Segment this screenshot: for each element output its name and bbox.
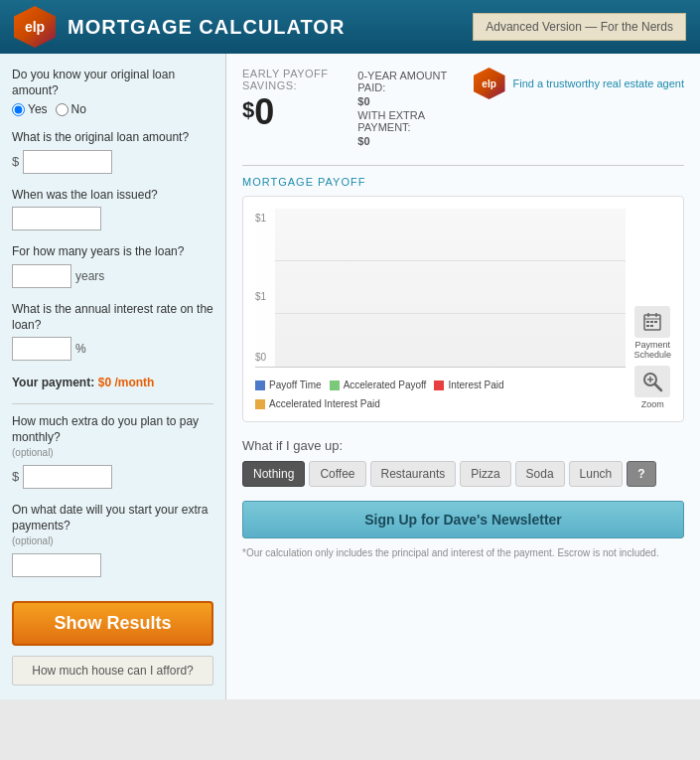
what-if-section: What if I gave up: NothingCoffeeRestaura… bbox=[242, 438, 684, 487]
no-radio[interactable] bbox=[56, 103, 69, 116]
no-radio-label[interactable]: No bbox=[56, 102, 86, 116]
yes-radio-label[interactable]: Yes bbox=[12, 102, 48, 116]
svg-rect-8 bbox=[650, 325, 653, 327]
q4-suffix: years bbox=[75, 269, 104, 283]
svg-rect-7 bbox=[646, 325, 649, 327]
savings-amount: $0 bbox=[242, 91, 342, 133]
legend-row: Payoff Time Accelerated Payoff Interest … bbox=[255, 376, 626, 409]
loan-years-input[interactable] bbox=[12, 264, 71, 288]
payment-schedule-button[interactable]: PaymentSchedule bbox=[633, 306, 671, 360]
q6-label: Your payment: bbox=[12, 376, 94, 389]
extra-payment-date-input[interactable] bbox=[12, 553, 101, 577]
yes-radio[interactable] bbox=[12, 103, 25, 116]
q3-label: When was the loan issued? bbox=[12, 188, 213, 204]
header: elp MORTGAGE CALCULATOR Advanced Version… bbox=[0, 0, 700, 54]
legend-item-accel-interest: Accelerated Interest Paid bbox=[255, 398, 380, 409]
chart-area: $1 $1 $0 bbox=[255, 209, 626, 368]
y-label-top: $1 bbox=[255, 213, 266, 224]
q4-label: For how many years is the loan? bbox=[12, 244, 213, 260]
year-info: 0-YEAR AMOUNT PAID: $0 WITH EXTRA PAYMEN… bbox=[357, 68, 457, 149]
dollar-sign: $ bbox=[242, 97, 254, 123]
q2-input-row: $ bbox=[12, 150, 213, 174]
svg-rect-4 bbox=[646, 321, 649, 323]
q7-input-row: $ bbox=[12, 465, 213, 489]
early-payoff-label: EARLY PAYOFF SAVINGS: bbox=[242, 68, 342, 91]
form-group-q2: What is the original loan amount? $ bbox=[12, 130, 213, 174]
extra-payment-input[interactable] bbox=[23, 465, 112, 489]
logo-text: elp bbox=[25, 19, 45, 35]
zoom-label: Zoom bbox=[641, 399, 664, 409]
q7-prefix: $ bbox=[12, 469, 19, 484]
form-group-q3: When was the loan issued? bbox=[12, 188, 213, 231]
legend-dot-interest bbox=[434, 380, 444, 390]
extra-payment-label-row: WITH EXTRA PAYMENT: bbox=[357, 109, 457, 133]
payment-schedule-icon bbox=[634, 306, 670, 338]
chart-plot-area bbox=[275, 209, 626, 367]
what-if-tab-coffee[interactable]: Coffee bbox=[309, 461, 365, 487]
elp-promo-logo: elp bbox=[474, 68, 505, 99]
afford-button[interactable]: How much house can I afford? bbox=[12, 656, 213, 685]
q5-label: What is the annual interest rate on the … bbox=[12, 302, 213, 333]
interest-rate-input[interactable] bbox=[12, 337, 71, 361]
loan-date-input[interactable] bbox=[12, 207, 101, 230]
q6-value: $0 /month bbox=[98, 376, 155, 389]
elp-promo: elp Find a trustworthy real estate agent bbox=[474, 68, 684, 99]
magnify-icon bbox=[641, 371, 663, 392]
what-if-tab-?[interactable]: ? bbox=[627, 461, 655, 487]
advanced-version-button[interactable]: Advanced Version — For the Nerds bbox=[473, 13, 686, 41]
chart-main: $1 $1 $0 Payo bbox=[255, 209, 626, 409]
what-if-tab-pizza[interactable]: Pizza bbox=[460, 461, 510, 487]
chart-section-label: MORTGAGE PAYOFF bbox=[242, 176, 684, 188]
chart-grid-line-2 bbox=[275, 313, 626, 314]
chart-body: $1 $1 $0 Payo bbox=[255, 209, 671, 409]
form-group-q7: How much extra do you plan to pay monthl… bbox=[12, 414, 213, 489]
show-results-button[interactable]: Show Results bbox=[12, 601, 213, 646]
loan-amount-input[interactable] bbox=[23, 150, 112, 174]
q4-input-row: years bbox=[12, 264, 213, 288]
q2-label: What is the original loan amount? bbox=[12, 130, 213, 146]
elp-logo: elp bbox=[14, 6, 56, 48]
chart-container: $1 $1 $0 Payo bbox=[242, 196, 684, 422]
form-group-q4: For how many years is the loan? years bbox=[12, 244, 213, 288]
elp-promo-link[interactable]: Find a trustworthy real estate agent bbox=[513, 76, 684, 90]
what-if-tab-soda[interactable]: Soda bbox=[515, 461, 565, 487]
form-group-q1: Do you know your original loan amount? Y… bbox=[12, 68, 213, 116]
q5-input-row: % bbox=[12, 337, 213, 361]
chart-actions: PaymentSchedule Zoom bbox=[633, 306, 671, 409]
legend-item-interest: Interest Paid bbox=[434, 380, 503, 390]
zoom-button[interactable]: Zoom bbox=[634, 366, 670, 409]
early-payoff-section: EARLY PAYOFF SAVINGS: $0 0-YEAR AMOUNT P… bbox=[242, 68, 684, 149]
q7-label: How much extra do you plan to pay monthl… bbox=[12, 414, 213, 461]
year-label-row: 0-YEAR AMOUNT PAID: bbox=[357, 70, 457, 93]
form-group-q8: On what date will you start your extra p… bbox=[12, 503, 213, 577]
elp-promo-logo-text: elp bbox=[482, 78, 495, 89]
form-group-q5: What is the annual interest rate on the … bbox=[12, 302, 213, 361]
svg-rect-5 bbox=[650, 321, 653, 323]
what-if-tabs: NothingCoffeeRestaurantsPizzaSodaLunch? bbox=[242, 461, 684, 487]
main-content: Do you know your original loan amount? Y… bbox=[0, 54, 700, 699]
what-if-tab-lunch[interactable]: Lunch bbox=[569, 461, 624, 487]
zoom-icon bbox=[634, 366, 670, 397]
extra-payment-amount-row: $0 bbox=[357, 135, 457, 147]
svg-rect-6 bbox=[654, 321, 657, 323]
y-label-mid: $1 bbox=[255, 291, 266, 302]
disclaimer: *Our calculation only includes the princ… bbox=[242, 546, 684, 560]
form-group-q6: Your payment: $0 /month bbox=[12, 375, 213, 389]
what-if-tab-restaurants[interactable]: Restaurants bbox=[370, 461, 457, 487]
legend-item-accel-payoff: Accelerated Payoff bbox=[330, 380, 427, 390]
what-if-label: What if I gave up: bbox=[242, 438, 684, 453]
svg-line-10 bbox=[655, 384, 661, 390]
legend-dot-accel-interest bbox=[255, 399, 265, 409]
divider-1 bbox=[12, 403, 213, 404]
legend-dot-accel-payoff bbox=[330, 380, 340, 390]
q8-label: On what date will you start your extra p… bbox=[12, 503, 213, 549]
right-panel: EARLY PAYOFF SAVINGS: $0 0-YEAR AMOUNT P… bbox=[226, 54, 700, 699]
page-title: MORTGAGE CALCULATOR bbox=[68, 16, 473, 39]
q1-radio-group: Yes No bbox=[12, 102, 213, 116]
calendar-icon bbox=[642, 312, 662, 332]
q2-prefix: $ bbox=[12, 154, 19, 169]
legend-item-payoff-time: Payoff Time bbox=[255, 380, 322, 390]
what-if-tab-nothing[interactable]: Nothing bbox=[242, 461, 305, 487]
newsletter-button[interactable]: Sign Up for Dave's Newsletter bbox=[242, 501, 684, 538]
chart-grid-line-1 bbox=[275, 260, 626, 261]
